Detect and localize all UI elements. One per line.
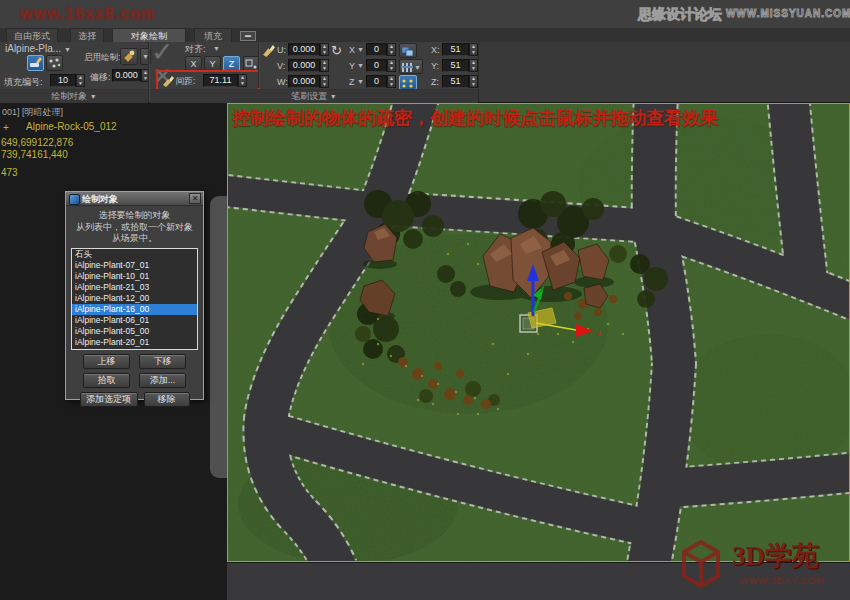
select-paint-objects-button[interactable] [399,43,417,58]
cube-logo-icon [676,534,726,594]
list-item[interactable]: iAlpine-Plant-12_00 [72,293,197,304]
offset-field[interactable]: 0.000 [112,69,141,82]
app-window: www.16xx8.com 思缘设计论坛 WWW.MISSYUAN.COM 自由… [0,0,850,600]
v-field[interactable]: 0.000 [288,59,320,72]
spinner-icon[interactable]: ▲▼ [469,75,478,88]
watermark-top-left: www.16xx8.com [20,5,156,23]
coordinate-readout-3: 473 [1,167,18,178]
paint-brush-mode-button[interactable] [27,55,44,71]
chevron-down-icon[interactable]: ▼ [357,62,364,69]
move-up-button[interactable]: 上移 [83,354,130,369]
picked-object-name: Alpine-Rock-05_012 [26,121,117,132]
paint-icon [121,49,137,64]
list-item[interactable]: iAlpine-Plant-10_01 [72,271,197,282]
rot-z-label: Z [349,77,355,87]
spinner-icon[interactable]: ▲▼ [387,59,396,72]
tab-populate[interactable]: 填充 [194,28,232,42]
chevron-down-icon[interactable]: ▼ [357,46,364,53]
group-separator [258,42,260,88]
scale-z-label: Z: [431,77,439,87]
axis-plus-marker: + [3,122,9,133]
align-z-button[interactable]: Z [223,56,240,71]
align-y-button[interactable]: Y [204,56,221,71]
title-strip: www.16xx8.com 思缘设计论坛 WWW.MISSYUAN.COM [0,0,850,28]
scale-z-field[interactable]: 51 [442,75,469,88]
list-item[interactable]: iAlpine-Plant-05_00 [72,326,197,337]
distribution-options-button[interactable]: ▼ [399,59,423,74]
spinner-icon[interactable]: ▲▼ [387,43,396,56]
chevron-down-icon: ▼ [414,64,421,71]
viewport[interactable]: y x 控制绘制的物体的疏密，创建的时候点击鼠标并拖动查看效果 [227,103,850,562]
watermark-url: WWW.3DXY.COM [740,576,825,586]
dialog-titlebar[interactable]: 绘制对象 ✕ [66,192,203,206]
move-down-button[interactable]: 下移 [139,354,186,369]
spinner-icon[interactable]: ▲▼ [469,43,478,56]
add-selected-button[interactable]: 添加选定项 [80,392,138,407]
instruction-line: 从场景中。 [66,233,203,245]
ribbon-tab-bar: 自由形式 选择 对象绘制 填充 ▬ [0,28,850,42]
list-item[interactable]: iAlpine-Plant-20_01 [72,337,197,348]
u-field[interactable]: 0.000 [288,43,320,56]
paint-objects-panel-label[interactable]: 绘制对象 ▼ [0,89,148,103]
watermark-url: WWW.MISSYUAN.COM [726,8,850,19]
list-item[interactable]: iAlpine-Plant-21_03 [72,282,197,293]
spacing-label: 间距: [176,76,195,88]
scale-x-label: X: [431,45,440,55]
dialog-title: 绘制对象 [82,193,118,206]
list-item[interactable]: iAlpine-Plant-07_01 [72,260,197,271]
stacked-objects-icon [400,45,416,58]
add-button[interactable]: 添加... [139,373,186,388]
gizmo-x-label: x [597,328,601,337]
spinner-icon[interactable]: ▲▼ [469,59,478,72]
list-item[interactable]: iAlpine-Plant-06_01 [72,315,197,326]
tab-selection[interactable]: 选择 [70,28,104,42]
enable-paint-label: 启用绘制: [84,52,120,64]
ribbon-minimize-icon[interactable]: ▬ [240,31,256,41]
w-label: W: [277,77,288,87]
coordinate-readout-2: 739,74161,440 [1,149,68,160]
rot-y-label: Y [349,61,355,71]
rot-x-field[interactable]: 0 [366,43,387,56]
brush-icon [262,44,275,57]
scale-x-field[interactable]: 51 [442,43,469,56]
list-item-selected[interactable]: iAlpine-Plant-16_00 [72,304,197,315]
fill-number-label: 填充编号: [4,76,43,89]
close-icon[interactable]: ✕ [189,193,201,204]
scale-y-label: Y: [431,61,439,71]
align-dropdown-icon[interactable]: ▼ [213,45,220,52]
align-label: 对齐: [185,43,206,56]
randomize-button[interactable] [399,75,417,90]
w-field[interactable]: 0.000 [288,75,320,88]
pick-button[interactable]: 拾取 [83,373,130,388]
viewport-shading-label[interactable]: 001] [明暗处理] [2,106,63,119]
rot-z-field[interactable]: 0 [366,75,387,88]
brush-icon [162,75,174,87]
remove-button[interactable]: 移除 [144,392,190,407]
scale-y-field[interactable]: 51 [442,59,469,72]
list-item[interactable]: 石头 [72,249,197,260]
tab-freeform[interactable]: 自由形式 [6,28,58,42]
watermark-site: 思缘设计论坛 [638,6,722,22]
fill-number-field[interactable]: 10 [50,74,76,87]
enable-paint-button[interactable] [120,48,138,65]
brush-settings-panel-label[interactable]: 笔刷设置 ▼ [150,89,478,103]
spinner-icon[interactable]: ▲▼ [238,74,247,87]
v-label: V: [277,61,285,71]
ribbon-empty-area [479,42,850,102]
dialog-instructions: 选择要绘制的对象 从列表中，或拾取一个新对象 从场景中。 [66,210,203,245]
paint-objects-dialog[interactable]: 绘制对象 ✕ 选择要绘制的对象 从列表中，或拾取一个新对象 从场景中。 石头 i… [65,191,204,400]
spinner-icon[interactable]: ▲▼ [320,75,329,88]
rot-y-field[interactable]: 0 [366,59,387,72]
paintable-object-list[interactable]: 石头 iAlpine-Plant-07_01 iAlpine-Plant-10_… [71,248,198,350]
scatter-mode-button[interactable] [46,55,63,71]
spacing-field[interactable]: 71.11 [203,74,238,87]
align-x-button[interactable]: X [185,56,202,71]
spinner-icon[interactable]: ▲▼ [320,59,329,72]
tab-object-paint[interactable]: 对象绘制 [112,28,186,42]
spinner-icon[interactable]: ▲▼ [387,75,396,88]
spinner-icon[interactable]: ▲▼ [320,43,329,56]
spinner-icon[interactable]: ▲▼ [76,74,85,87]
scatter-dots-icon [47,56,62,70]
chevron-down-icon[interactable]: ▼ [357,78,364,85]
paint-object-dropdown[interactable]: iAlpine-Pla... ▼ [5,43,71,54]
